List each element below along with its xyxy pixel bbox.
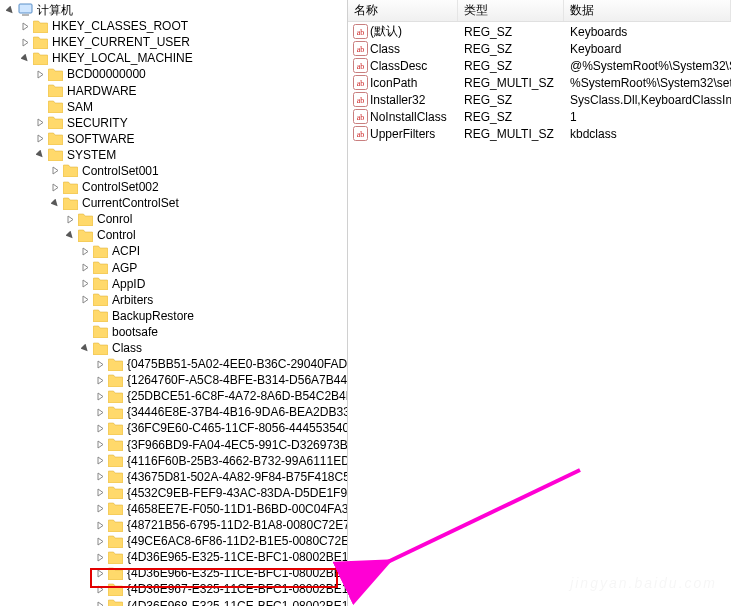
tree-item[interactable]: AppID (0, 276, 347, 292)
tree-item[interactable]: AGP (0, 260, 347, 276)
expand-icon[interactable] (94, 487, 106, 499)
folder-icon (107, 388, 123, 404)
col-header-data[interactable]: 数据 (564, 0, 731, 21)
expand-icon[interactable] (34, 133, 46, 145)
expand-icon[interactable] (94, 519, 106, 531)
tree-item[interactable]: HKEY_LOCAL_MACHINE (0, 50, 347, 66)
folder-icon (107, 404, 123, 420)
tree-item[interactable]: Class (0, 340, 347, 356)
expand-icon[interactable] (94, 406, 106, 418)
list-row[interactable]: abInstaller32REG_SZSysClass.Dll,Keyboard… (348, 91, 731, 108)
svg-text:ab: ab (356, 79, 364, 88)
list-row[interactable]: abClassDescREG_SZ@%SystemRoot%\System32\… (348, 57, 731, 74)
tree-item[interactable]: {43675D81-502A-4A82-9F84-B75F418C5DEA} (0, 469, 347, 485)
tree-item[interactable]: {4D36E965-E325-11CE-BFC1-08002BE10318} (0, 549, 347, 565)
list-body[interactable]: ab(默认)REG_SZKeyboardsabClassREG_SZKeyboa… (348, 22, 731, 606)
tree-item[interactable]: SOFTWARE (0, 131, 347, 147)
expand-icon[interactable] (79, 278, 91, 290)
tree-item[interactable]: {4116F60B-25B3-4662-B732-99A6111EDC0B} (0, 453, 347, 469)
expand-icon[interactable] (49, 165, 61, 177)
expand-icon[interactable] (79, 262, 91, 274)
expand-icon[interactable] (94, 390, 106, 402)
expand-icon[interactable] (49, 181, 61, 193)
tree-item[interactable]: ControlSet002 (0, 179, 347, 195)
tree-item[interactable]: HKEY_CURRENT_USER (0, 34, 347, 50)
collapse-icon[interactable] (64, 229, 76, 241)
tree-item[interactable]: {48721B56-6795-11D2-B1A8-0080C72E74A2} (0, 517, 347, 533)
tree-item[interactable]: Arbiters (0, 292, 347, 308)
expand-icon[interactable] (19, 20, 31, 32)
tree-item[interactable]: Conrol (0, 211, 347, 227)
expand-icon[interactable] (94, 583, 106, 595)
tree-item[interactable]: SYSTEM (0, 147, 347, 163)
tree-item[interactable]: SAM (0, 99, 347, 115)
collapse-icon[interactable] (49, 197, 61, 209)
tree-item-label: {4116F60B-25B3-4662-B732-99A6111EDC0B} (125, 454, 348, 468)
tree-item[interactable]: {4658EE7E-F050-11D1-B6BD-00C04FA372A7} (0, 501, 347, 517)
list-row[interactable]: abUpperFiltersREG_MULTI_SZkbdclass (348, 125, 731, 142)
tree-item[interactable]: BackupRestore (0, 308, 347, 324)
tree-item[interactable]: HKEY_CLASSES_ROOT (0, 18, 347, 34)
value-type: REG_SZ (458, 110, 564, 124)
folder-icon (107, 549, 123, 565)
col-header-name[interactable]: 名称 (348, 0, 458, 21)
expand-icon[interactable] (94, 567, 106, 579)
expand-icon[interactable] (94, 439, 106, 451)
list-row[interactable]: abClassREG_SZKeyboard (348, 40, 731, 57)
expand-icon[interactable] (94, 374, 106, 386)
expand-icon[interactable] (79, 294, 91, 306)
tree-item[interactable]: {4D36E968-E325-11CE-BFC1-08002BE10318} (0, 597, 347, 606)
collapse-icon[interactable] (79, 342, 91, 354)
reg-string-icon: ab (352, 58, 368, 74)
expand-icon[interactable] (79, 245, 91, 257)
tree-item[interactable]: ACPI (0, 243, 347, 259)
collapse-icon[interactable] (34, 149, 46, 161)
list-row[interactable]: abNoInstallClassREG_SZ1 (348, 108, 731, 125)
tree-item[interactable]: HARDWARE (0, 82, 347, 98)
tree-item[interactable]: {36FC9E60-C465-11CF-8056-444553540000} (0, 420, 347, 436)
tree-item[interactable]: {34446E8E-37B4-4B16-9DA6-BEA2DB33465A} (0, 404, 347, 420)
list-row[interactable]: abIconPathREG_MULTI_SZ%SystemRoot%\Syste… (348, 74, 731, 91)
tree-item[interactable]: {4D36E967-E325-11CE-BFC1-08002BE10318} (0, 581, 347, 597)
expand-icon[interactable] (34, 68, 46, 80)
tree-item[interactable]: {3F966BD9-FA04-4EC5-991C-D326973B5128} (0, 437, 347, 453)
tree-item[interactable]: {0475BB51-5A02-4EE0-B36C-29040FAD2650} (0, 356, 347, 372)
expand-icon[interactable] (34, 117, 46, 129)
tree-item-label: Arbiters (110, 293, 155, 307)
expand-icon[interactable] (94, 358, 106, 370)
col-header-type[interactable]: 类型 (458, 0, 564, 21)
folder-icon (107, 598, 123, 606)
tree-item[interactable]: {4D36E966-E325-11CE-BFC1-08002BE10318} (0, 565, 347, 581)
value-name: ClassDesc (370, 59, 427, 73)
reg-string-icon: ab (352, 24, 368, 40)
tree-item[interactable]: BCD00000000 (0, 66, 347, 82)
tree-item[interactable]: SECURITY (0, 115, 347, 131)
tree-item[interactable]: {49CE6AC8-6F86-11D2-B1E5-0080C72E74A2} (0, 533, 347, 549)
expand-icon[interactable] (94, 422, 106, 434)
tree-item[interactable]: {25DBCE51-6C8F-4A72-8A6D-B54C2B4FC835} (0, 388, 347, 404)
collapse-icon[interactable] (19, 52, 31, 64)
tree-item[interactable]: CurrentControlSet (0, 195, 347, 211)
folder-icon (92, 308, 108, 324)
tree-item[interactable]: ControlSet001 (0, 163, 347, 179)
expand-icon[interactable] (94, 551, 106, 563)
tree-item-label: Control (95, 228, 138, 242)
value-data: Keyboards (564, 25, 731, 39)
folder-icon (77, 211, 93, 227)
collapse-icon[interactable] (4, 4, 16, 16)
expand-icon[interactable] (94, 503, 106, 515)
tree-item[interactable]: {4532C9EB-FEF9-43AC-83DA-D5DE1F9A2BFF} (0, 485, 347, 501)
list-row[interactable]: ab(默认)REG_SZKeyboards (348, 23, 731, 40)
tree-item[interactable]: {1264760F-A5C8-4BFE-B314-D56A7B44A362} (0, 372, 347, 388)
expand-icon[interactable] (19, 36, 31, 48)
expand-icon[interactable] (94, 600, 106, 606)
folder-icon (107, 501, 123, 517)
tree-item[interactable]: Control (0, 227, 347, 243)
expand-icon[interactable] (64, 213, 76, 225)
registry-tree[interactable]: 计算机HKEY_CLASSES_ROOTHKEY_CURRENT_USERHKE… (0, 0, 348, 606)
tree-item[interactable]: 计算机 (0, 2, 347, 18)
expand-icon[interactable] (94, 471, 106, 483)
expand-icon[interactable] (94, 535, 106, 547)
expand-icon[interactable] (94, 455, 106, 467)
tree-item[interactable]: bootsafe (0, 324, 347, 340)
